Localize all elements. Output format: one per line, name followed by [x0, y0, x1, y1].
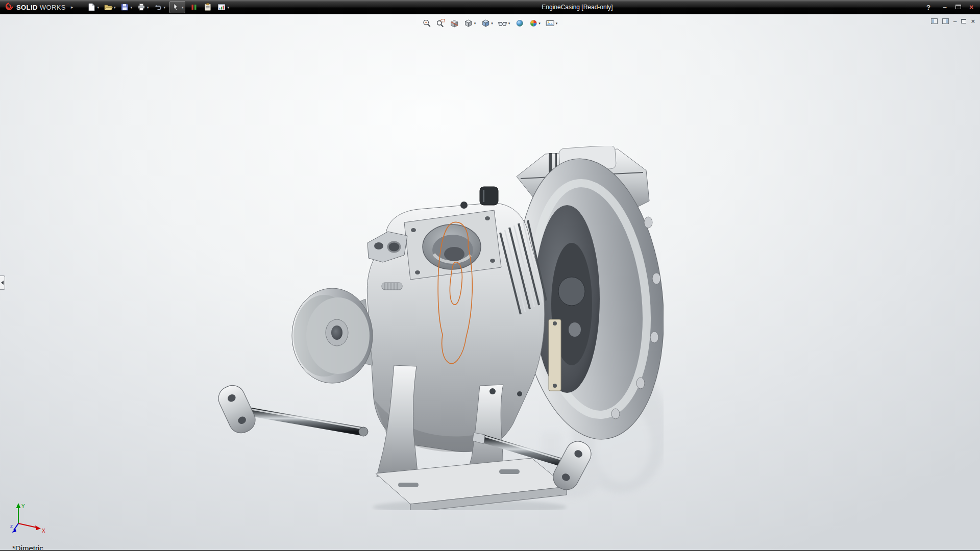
undo-button[interactable]: ▾ — [153, 1, 166, 13]
x-axis-arrow — [35, 525, 41, 530]
dropdown-arrow-icon[interactable]: ▾ — [491, 21, 493, 25]
zoom-to-area-button[interactable] — [435, 17, 447, 29]
doc-close-button[interactable]: × — [971, 18, 975, 24]
document-title: EngineCasing [Read-only] — [230, 4, 925, 11]
edit-appearance-icon — [515, 19, 524, 28]
apply-scene-icon — [529, 19, 537, 28]
dropdown-arrow-icon[interactable]: ▾ — [538, 21, 541, 25]
color-display-button[interactable] — [189, 1, 199, 13]
dropdown-arrow-icon[interactable]: ▾ — [114, 6, 116, 9]
heads-up-toolbar: ▾ ▾ ▾ — [421, 17, 559, 29]
clipboard-icon — [203, 3, 212, 12]
window-controls: ? – × — [925, 4, 980, 11]
minimize-window-button[interactable]: – — [941, 4, 948, 10]
select-tool-button[interactable]: ▾ — [169, 1, 186, 13]
solidworks-brand: SOLID WORKS ▸ — [0, 2, 73, 13]
new-document-button[interactable]: ▾ — [86, 1, 100, 13]
dropdown-arrow-icon[interactable]: ▾ — [508, 21, 510, 25]
zoom-to-fit-button[interactable] — [421, 17, 433, 29]
view-settings-button[interactable]: ▾ — [544, 17, 559, 29]
solidworks-window: SOLID WORKS ▸ ▾ ▾ — [0, 0, 980, 551]
y-axis-label: Y — [21, 504, 25, 509]
open-button[interactable]: ▾ — [103, 1, 116, 13]
titlebar: SOLID WORKS ▸ ▾ ▾ — [0, 0, 980, 14]
zoom-to-fit-icon — [423, 19, 431, 28]
display-style-button[interactable]: ▾ — [479, 17, 495, 29]
color-bars-icon — [189, 3, 199, 12]
orientation-triad: Y X Z — [10, 501, 50, 535]
pane-left-icon[interactable] — [931, 18, 938, 24]
open-icon — [104, 3, 113, 12]
y-axis-arrow — [16, 503, 21, 508]
view-orientation-button[interactable]: ▾ — [462, 17, 478, 29]
dassault-logo-icon — [4, 2, 14, 13]
select-cursor-icon — [172, 3, 181, 12]
close-window-button[interactable]: × — [968, 4, 975, 11]
brand-name-light: WORKS — [40, 4, 66, 11]
display-style-icon — [481, 19, 490, 28]
menu-expand-arrow[interactable]: ▸ — [71, 5, 74, 10]
quick-access-toolbar: ▾ ▾ ▾ — [86, 1, 230, 13]
engine-casing-model[interactable] — [214, 146, 664, 510]
file-properties-button[interactable] — [203, 1, 213, 13]
edit-appearance-button[interactable] — [513, 17, 525, 29]
dropdown-arrow-icon[interactable]: ▾ — [227, 6, 229, 9]
dropdown-arrow-icon[interactable]: ▾ — [182, 6, 184, 9]
restore-icon — [961, 19, 966, 23]
view-settings-icon — [546, 19, 555, 28]
section-view-icon — [450, 19, 459, 28]
new-document-icon — [87, 3, 96, 12]
view-orientation-icon — [464, 19, 473, 28]
undo-icon — [153, 3, 162, 12]
graphics-area[interactable]: ▾ ▾ ▾ — [0, 14, 980, 551]
section-view-button[interactable] — [449, 17, 460, 29]
save-button[interactable]: ▾ — [119, 1, 133, 13]
chart-icon — [217, 3, 226, 12]
x-axis-label: X — [42, 528, 45, 534]
document-window-controls: – × — [931, 18, 975, 24]
doc-restore-button[interactable] — [961, 18, 966, 24]
dropdown-arrow-icon[interactable]: ▾ — [556, 21, 558, 25]
dropdown-arrow-icon[interactable]: ▾ — [130, 6, 132, 9]
help-button[interactable]: ? — [925, 4, 932, 11]
zoom-to-area-icon — [436, 19, 445, 28]
options-button[interactable]: ▾ — [216, 1, 230, 13]
save-icon — [120, 3, 129, 12]
maximize-window-button[interactable] — [954, 4, 962, 10]
hide-show-items-icon — [498, 19, 507, 28]
dropdown-arrow-icon[interactable]: ▾ — [147, 6, 149, 9]
print-button[interactable]: ▾ — [136, 1, 150, 13]
pane-right-icon[interactable] — [942, 18, 949, 24]
dropdown-arrow-icon[interactable]: ▾ — [474, 21, 476, 25]
print-icon — [137, 3, 146, 12]
maximize-icon — [955, 5, 961, 9]
dropdown-arrow-icon[interactable]: ▾ — [163, 6, 165, 9]
apply-scene-button[interactable]: ▾ — [527, 17, 542, 29]
feature-panel-collapse-tab[interactable] — [0, 276, 5, 290]
hide-show-items-button[interactable]: ▾ — [497, 17, 512, 29]
chevron-left-icon — [1, 281, 4, 285]
doc-minimize-button[interactable]: – — [953, 18, 957, 24]
z-axis-label: Z — [10, 524, 13, 529]
dropdown-arrow-icon[interactable]: ▾ — [97, 6, 99, 9]
brand-name-bold: SOLID — [16, 4, 38, 11]
